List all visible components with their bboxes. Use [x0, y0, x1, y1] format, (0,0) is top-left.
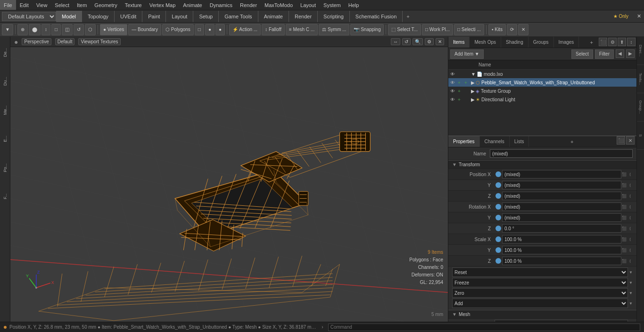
scale-z-anim[interactable]: ⟨	[627, 258, 633, 264]
viewport[interactable]: ● Perspective Default Viewport Textures …	[10, 37, 448, 322]
prop-icon-expand[interactable]: ⬛	[617, 136, 625, 145]
layout-tab-layout[interactable]: Layout	[166, 11, 193, 22]
scale-y-anim[interactable]: ⟨	[627, 247, 633, 253]
menu-item[interactable]: Item	[73, 0, 91, 10]
layout-tab-render[interactable]: Render	[289, 11, 318, 22]
position-z-field[interactable]: (mixed)	[502, 192, 621, 200]
boundary-button[interactable]: — Boundary	[128, 24, 161, 35]
position-x-reset[interactable]: ⬛	[621, 171, 627, 177]
mesh-button[interactable]: ≡ Mesh C ...	[286, 24, 318, 35]
rotation-y-anim[interactable]: ⟨	[627, 215, 633, 220]
tool-rotate[interactable]: ↺	[74, 24, 84, 35]
item-plus-pebble[interactable]: +	[458, 80, 464, 85]
sidebar-tab-po[interactable]: Po...	[1, 154, 9, 182]
snapping-button[interactable]: 📷 Snapping	[350, 24, 384, 35]
menu-edit[interactable]: Edit	[16, 0, 33, 10]
menu-texture[interactable]: Texture	[121, 0, 146, 10]
rotation-y-dot[interactable]	[495, 215, 501, 220]
tool-center[interactable]: ⊕	[17, 24, 28, 35]
scale-z-field[interactable]: 100.0 %	[502, 257, 621, 265]
prop-tab-plus[interactable]: +	[568, 136, 576, 147]
layout-tab-setup[interactable]: Setup	[193, 11, 219, 22]
command-arrow[interactable]: ›	[320, 324, 325, 330]
scale-z-reset[interactable]: ⬛	[621, 258, 627, 264]
vp-icon-gear[interactable]: ⚙	[425, 38, 434, 45]
prop-tab-properties[interactable]: Properties	[448, 136, 480, 147]
vp-icon-zoom[interactable]: 🔍	[413, 38, 423, 45]
scale-y-reset[interactable]: ⬛	[621, 247, 627, 253]
vertices-button[interactable]: ● Vertices	[100, 24, 127, 35]
refresh-button[interactable]: ⟳	[507, 24, 517, 35]
symmetry-button[interactable]: ⚖ Symm ...	[319, 24, 349, 35]
menu-system[interactable]: System	[320, 0, 345, 10]
viewport-textures-button[interactable]: Viewport Textures	[78, 38, 120, 45]
position-x-field[interactable]: (mixed)	[502, 170, 621, 178]
tool-move[interactable]: ↕	[41, 24, 50, 35]
rotation-z-reset[interactable]: ⬛	[621, 226, 627, 231]
name-input[interactable]	[490, 149, 633, 158]
menu-render[interactable]: Render	[236, 0, 261, 10]
add-item-button[interactable]: Add Item ▼	[450, 49, 484, 59]
scale-z-dot[interactable]	[495, 258, 501, 264]
tool-dot1[interactable]: ●	[205, 24, 215, 35]
panel-icon-1[interactable]: ⬛	[599, 38, 607, 46]
rotation-x-reset[interactable]: ⬛	[621, 204, 627, 210]
item-row-modo-lxo[interactable]: 👁 ▼ 📄 modo.lxo	[448, 70, 636, 78]
panel-tab-shading[interactable]: Shading	[501, 37, 528, 48]
panel-arrow-left[interactable]: ◀	[616, 49, 624, 58]
kits-button[interactable]: ▪ Kits	[488, 24, 506, 35]
tool-box1[interactable]: □	[51, 24, 61, 35]
layout-tab-game-tools[interactable]: Game Tools	[219, 11, 258, 22]
tool-hex[interactable]: ⬡	[85, 24, 96, 35]
tool-dot2[interactable]: ●	[215, 24, 225, 35]
strip-tab-group[interactable]: Group...	[637, 93, 644, 121]
position-y-field[interactable]: (mixed)	[502, 181, 621, 189]
menu-view[interactable]: View	[33, 0, 51, 10]
scale-x-dot[interactable]	[495, 236, 501, 242]
sidebar-tab-me[interactable]: Me...	[1, 96, 9, 124]
panel-arrow-right[interactable]: ▶	[626, 49, 635, 58]
rotation-z-dot[interactable]	[495, 226, 501, 231]
rotation-x-anim[interactable]: ⟨	[627, 204, 633, 210]
layout-tab-topology[interactable]: Topology	[82, 11, 115, 22]
tool-circle[interactable]: ⬤	[29, 24, 41, 35]
default-button[interactable]: Default	[55, 38, 75, 45]
vp-icon-rotate[interactable]: ↺	[402, 38, 411, 45]
menu-file[interactable]: File	[0, 0, 16, 10]
scale-y-field[interactable]: 100.0 %	[502, 246, 621, 254]
scale-x-field[interactable]: 100.0 %	[502, 235, 621, 243]
panel-icon-2[interactable]: ⚙	[608, 38, 617, 46]
layout-dropdown[interactable]: Default Layouts	[2, 12, 56, 21]
command-input[interactable]	[328, 324, 640, 331]
menu-vertex-map[interactable]: Vertex Map	[146, 0, 180, 10]
rotation-z-field[interactable]: 0.0 °	[502, 224, 621, 233]
action-button[interactable]: ⚡ Action ...	[229, 24, 261, 35]
layout-tab-animate[interactable]: Animate	[258, 11, 289, 22]
prop-tab-lists[interactable]: Lists	[510, 136, 529, 147]
scale-x-reset[interactable]: ⬛	[621, 236, 627, 242]
prop-icon-close[interactable]: ✕	[626, 136, 635, 145]
item-row-texture-group[interactable]: 👁 + ▶ ◈ Texture Group	[448, 87, 636, 95]
freeze-dropdown[interactable]: Freeze	[452, 278, 628, 287]
mesh-section-header[interactable]: ▼ Mesh	[448, 310, 636, 319]
item-eye-pebble[interactable]: 👁	[450, 80, 458, 85]
position-y-reset[interactable]: ⬛	[621, 182, 627, 188]
layout-close-button[interactable]: ✕	[634, 12, 644, 20]
reset-dropdown[interactable]: Reset	[452, 267, 628, 277]
layout-tab-scripting[interactable]: Scripting	[318, 11, 350, 22]
item-row-pebble[interactable]: 👁 + + ▶ ⬡ Pebble_Smart_Watch_Works_with_…	[448, 78, 636, 87]
tool-box2[interactable]: ◫	[62, 24, 73, 35]
layout-tab-model[interactable]: Model	[56, 11, 82, 22]
menu-help[interactable]: Help	[345, 0, 363, 10]
scale-y-dot[interactable]	[495, 247, 501, 253]
selection-button[interactable]: □ Selecti ...	[454, 24, 484, 35]
panel-tabs-plus[interactable]: +	[587, 37, 596, 48]
tool-sq1[interactable]: □	[195, 24, 204, 35]
item-plus-texture[interactable]: +	[458, 89, 464, 94]
panel-tab-images[interactable]: Images	[554, 37, 579, 48]
item-eye-texture[interactable]: 👁	[450, 89, 458, 94]
menu-animate[interactable]: Animate	[179, 0, 206, 10]
filter-button[interactable]: Filter	[595, 49, 614, 59]
rotation-y-field[interactable]: (mixed)	[502, 213, 621, 222]
select-tool-button[interactable]: ⬚ Select T...	[388, 24, 421, 35]
